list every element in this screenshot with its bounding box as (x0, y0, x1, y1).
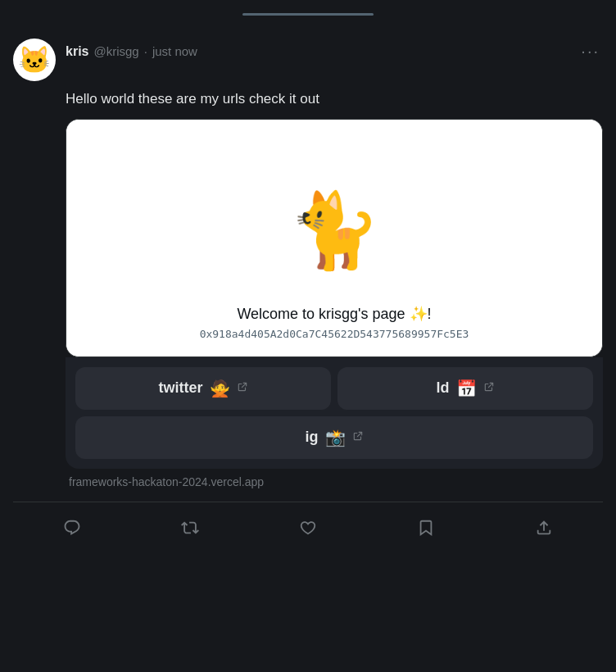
card-title: Welcome to krisgg's page ✨! (83, 305, 586, 323)
drag-handle (242, 13, 374, 16)
ld-link-label: ld (437, 379, 450, 397)
twitter-external-icon (237, 381, 248, 395)
link-card[interactable]: 🐈 Welcome to krisgg's page ✨! 0x918a4d40… (66, 119, 603, 357)
share-button[interactable] (528, 512, 559, 543)
footer-url: frameworks-hackaton-2024.vercel.app (66, 475, 603, 488)
ig-external-icon (352, 430, 364, 444)
ig-link-label: ig (306, 429, 319, 446)
ig-link-button[interactable]: ig 📸 (75, 416, 593, 459)
reply-button[interactable] (57, 512, 88, 543)
author-info: kris @krisgg · just now (66, 44, 197, 59)
avatar-image: 🐱 (13, 39, 56, 81)
like-button[interactable] (292, 512, 324, 543)
ld-external-icon (483, 381, 495, 395)
avatar[interactable]: 🐱 (13, 39, 56, 81)
tweet-actions (13, 502, 603, 547)
links-grid: twitter 🙅 ld 📅 ig 📸 (66, 357, 603, 469)
tweet-time: just now (152, 44, 197, 58)
bookmark-button[interactable] (410, 512, 442, 543)
ig-emoji-icon: 📸 (325, 428, 346, 447)
retweet-button[interactable] (174, 512, 206, 543)
card-cat-image: 🐈 (288, 193, 380, 267)
author-line: kris @krisgg · just now ··· (66, 39, 603, 64)
card-subtitle: 0x918a4d405A2d0Ca7C45622D543775689957Fc5… (83, 328, 586, 340)
tweet: 🐱 kris @krisgg · just now ··· Hello worl… (0, 29, 616, 556)
tweet-header: 🐱 kris @krisgg · just now ··· (13, 39, 603, 81)
author-handle: @krisgg (93, 44, 138, 58)
twitter-emoji-icon: 🙅 (210, 379, 230, 398)
card-image-area: 🐈 (66, 120, 602, 292)
more-button[interactable]: ··· (578, 39, 603, 64)
twitter-link-button[interactable]: twitter 🙅 (75, 367, 331, 410)
author-name: kris (66, 44, 88, 59)
twitter-link-label: twitter (159, 379, 203, 397)
tweet-separator: · (144, 44, 147, 58)
tweet-meta: kris @krisgg · just now ··· (66, 39, 603, 64)
ld-emoji-icon: 📅 (456, 379, 477, 398)
ld-link-button[interactable]: ld 📅 (337, 367, 593, 410)
tweet-text: Hello world these are my urls check it o… (66, 89, 603, 109)
card-text-area: Welcome to krisgg's page ✨! 0x918a4d405A… (66, 292, 602, 356)
